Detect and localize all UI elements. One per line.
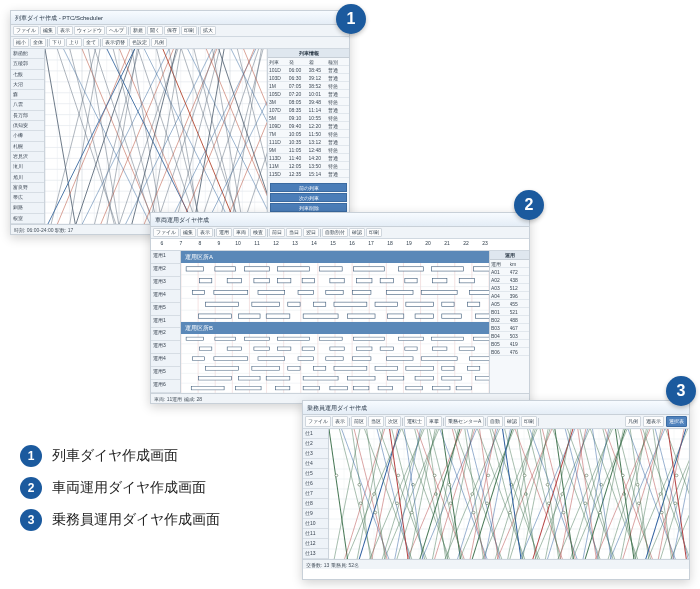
toolbar-button[interactable]: 翌日 [303,228,319,237]
svg-point-323 [449,502,452,505]
panel-button[interactable]: 次の列車 [270,193,347,202]
win2-lanes-b[interactable] [181,334,489,393]
svg-rect-195 [405,347,417,351]
toolbar-button[interactable]: ファイル [153,228,179,237]
toolbar-button[interactable]: 運転士 [404,416,425,427]
toolbar-button[interactable]: 印刷 [366,228,382,237]
table-row[interactable]: 105D07:2010:01普通 [268,90,349,98]
time-tick: 20 [419,240,437,249]
panel-button[interactable]: 列車削除 [270,203,347,212]
table-row[interactable]: 9M11:0512:48特急 [268,146,349,154]
table-row[interactable]: 7M10:0511:50特急 [268,130,349,138]
toolbar-button[interactable]: 保存 [164,26,180,35]
svg-rect-231 [275,386,289,390]
toolbar-button[interactable]: 表示 [197,228,213,237]
svg-point-379 [585,474,588,477]
table-row[interactable]: 103D06:3009:12普通 [268,74,349,82]
toolbar-button[interactable]: 印刷 [181,26,197,35]
toolbar-button[interactable]: 凡例 [625,416,641,427]
toolbar-button[interactable]: ウィンドウ [74,26,105,35]
toolbar-button[interactable]: 全体 [30,38,46,47]
svg-rect-209 [206,367,239,371]
toolbar-button[interactable]: 次区 [385,416,401,427]
table-row[interactable]: 115D12:3515:14普通 [268,170,349,178]
table-row[interactable]: B06476 [490,348,529,356]
table-row[interactable]: B03467 [490,324,529,332]
toolbar-button[interactable]: ファイル [305,416,331,427]
table-row[interactable]: 111D10:3513:12普通 [268,138,349,146]
toolbar-button[interactable]: 表示切替 [102,38,128,47]
svg-rect-138 [206,302,239,306]
svg-rect-202 [298,357,313,361]
table-row[interactable]: 109D09:4012:20普通 [268,122,349,130]
toolbar-button[interactable]: 拡大 [200,26,216,35]
legend-item-1: 1 列車ダイヤ作成画面 [20,445,280,467]
win3-titlebar[interactable]: 乗務員運用ダイヤ作成 [303,401,689,415]
toolbar-button[interactable]: 選択表 [666,416,687,427]
svg-point-359 [523,474,526,477]
svg-rect-107 [215,267,236,271]
win2-unit-column-a: 運用1運用2運用3運用4運用5運用1運用2運用3運用4運用5運用6 [151,251,181,393]
table-row[interactable]: B04503 [490,332,529,340]
toolbar-button[interactable]: 色設定 [129,38,150,47]
table-row[interactable]: 113D11:4014:20普通 [268,154,349,162]
table-row[interactable]: A03512 [490,284,529,292]
svg-rect-203 [326,357,343,361]
callout-badge-1: 1 [336,4,366,34]
toolbar-button[interactable]: 車掌 [426,416,442,427]
svg-rect-229 [191,386,224,390]
toolbar-button[interactable]: 車両 [233,228,249,237]
toolbar-button[interactable]: 編集 [40,26,56,35]
panel-button[interactable]: 前の列車 [270,183,347,192]
table-row[interactable]: B01521 [490,308,529,316]
toolbar-button[interactable]: 上り [66,38,82,47]
toolbar-button[interactable]: 印刷 [521,416,537,427]
crew-row-label: 仕3 [303,449,328,459]
toolbar-button[interactable]: 自動割付 [322,228,348,237]
toolbar-button[interactable]: 乗務センターA [445,416,484,427]
toolbar-button[interactable]: 前区 [351,416,367,427]
table-row[interactable]: 5M09:1010:55特急 [268,114,349,122]
svg-rect-136 [469,290,489,294]
toolbar-button[interactable]: 縮小 [13,38,29,47]
toolbar-button[interactable]: ファイル [13,26,39,35]
toolbar-button[interactable]: 週表示 [643,416,664,427]
win2-titlebar[interactable]: 車両運用ダイヤ作成 [151,213,529,227]
table-row[interactable]: A01472 [490,268,529,276]
table-row[interactable]: A05455 [490,300,529,308]
toolbar-button[interactable]: 表示 [332,416,348,427]
toolbar-button[interactable]: 検査 [250,228,266,237]
win3-crew-chart[interactable] [329,429,689,559]
toolbar-button[interactable]: 下り [49,38,65,47]
toolbar-button[interactable]: 当日 [286,228,302,237]
toolbar-button[interactable]: 編集 [180,228,196,237]
toolbar-button[interactable]: 開く [147,26,163,35]
toolbar-button[interactable]: ヘルプ [106,26,127,35]
svg-rect-134 [386,290,413,294]
win2-lanes-a[interactable] [181,263,489,322]
table-row[interactable]: A04396 [490,292,529,300]
svg-rect-215 [406,367,434,371]
toolbar-button[interactable]: 表示 [57,26,73,35]
toolbar-button[interactable]: 確認 [349,228,365,237]
toolbar-button[interactable]: 運用 [216,228,232,237]
toolbar-button[interactable]: 確認 [504,416,520,427]
toolbar-button[interactable]: 前日 [269,228,285,237]
table-row[interactable]: B02488 [490,316,529,324]
win1-titlebar[interactable]: 列車ダイヤ作成 - PTC/Scheduler [11,11,349,25]
table-row[interactable]: 11M12:0513:50特急 [268,162,349,170]
toolbar-button[interactable]: 自動 [487,416,503,427]
table-row[interactable]: A02438 [490,276,529,284]
toolbar-button[interactable]: 凡例 [151,38,167,47]
table-row[interactable]: B05419 [490,340,529,348]
toolbar-button[interactable]: 当区 [368,416,384,427]
toolbar-button[interactable]: 新規 [130,26,146,35]
win1-diagram-chart[interactable] [45,49,267,224]
toolbar-button[interactable]: 全て [83,38,99,47]
win2-toolbar: ファイル編集表示運用車両検査前日当日翌日自動割付確認印刷 [151,227,529,239]
table-row[interactable]: 101D06:0008:45普通 [268,66,349,74]
crew-row-label: 仕8 [303,499,328,509]
table-row[interactable]: 107D08:3511:14普通 [268,106,349,114]
table-row[interactable]: 3M08:0509:48特急 [268,98,349,106]
table-row[interactable]: 1M07:0508:52特急 [268,82,349,90]
